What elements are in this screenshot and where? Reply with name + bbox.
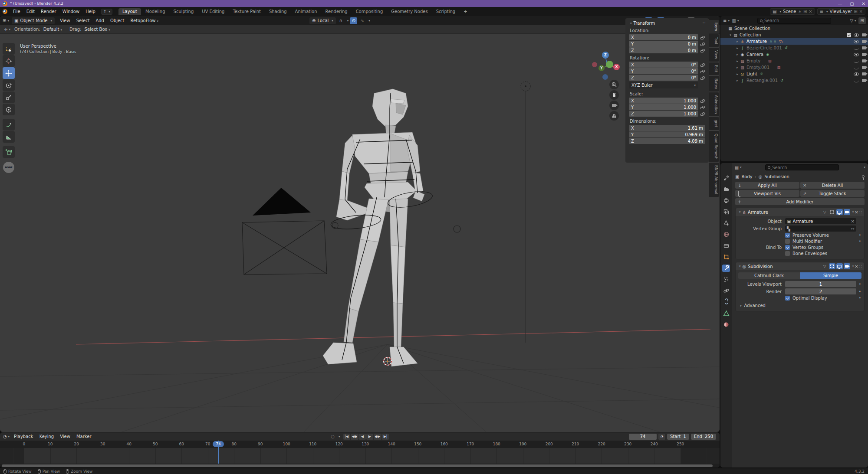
rotation-field[interactable]: Z0° bbox=[629, 75, 698, 81]
levels-viewport-field[interactable]: 1 bbox=[785, 281, 856, 287]
rectangle-object[interactable] bbox=[242, 221, 327, 275]
preserve-volume-checkbox[interactable] bbox=[785, 233, 790, 238]
scale-field[interactable]: X1.000 bbox=[629, 98, 698, 104]
scale-field[interactable]: Z1.000 bbox=[629, 111, 698, 117]
lock-icon[interactable] bbox=[700, 71, 704, 73]
scrollbar-thumb[interactable] bbox=[2, 464, 713, 467]
extras-dropdown[interactable]: ▾ bbox=[852, 210, 854, 214]
camera-view-button[interactable] bbox=[609, 101, 619, 110]
lock-icon[interactable] bbox=[700, 44, 704, 46]
properties-options-dropdown[interactable]: ▾ bbox=[864, 166, 865, 169]
vertex-group-field[interactable]: ▚↔ bbox=[785, 226, 856, 232]
workspace-tab[interactable]: Geometry Nodes bbox=[387, 8, 431, 15]
lock-icon[interactable] bbox=[700, 114, 704, 116]
workspace-tab[interactable]: Compositing bbox=[352, 8, 387, 15]
visibility-eye-icon[interactable] bbox=[854, 33, 859, 37]
sidebar-tab[interactable]: View bbox=[709, 48, 719, 62]
on-cage-icon[interactable]: ▽ bbox=[822, 263, 828, 269]
disclosure-icon[interactable]: ▸ bbox=[735, 53, 740, 56]
location-field[interactable]: Y0 m bbox=[629, 41, 698, 47]
scale-tool[interactable] bbox=[3, 92, 15, 103]
gizmo-x-axis[interactable]: X bbox=[613, 64, 620, 70]
disclosure-icon[interactable]: ▸ bbox=[735, 66, 740, 69]
viewport-vis-button[interactable]: Viewport Vis bbox=[735, 190, 799, 197]
outliner-row[interactable]: ▸ ∫ BézierCircle.001 ↺ bbox=[720, 45, 868, 51]
end-frame-field[interactable]: End250 bbox=[691, 434, 716, 440]
rotate-tool[interactable] bbox=[3, 79, 15, 91]
tab-scene-icon[interactable] bbox=[722, 219, 730, 227]
tab-constraints-icon[interactable] bbox=[722, 298, 730, 306]
visibility-eye-icon[interactable] bbox=[854, 53, 859, 56]
on-cage-icon[interactable]: ▽ bbox=[822, 209, 828, 215]
optimal-display-checkbox[interactable] bbox=[785, 296, 790, 301]
bone-envelopes-checkbox[interactable] bbox=[785, 251, 790, 256]
edit-mode-icon[interactable] bbox=[829, 263, 835, 269]
falloff-icon[interactable]: ∿ bbox=[358, 17, 366, 24]
render-levels-field[interactable]: 2 bbox=[785, 288, 856, 294]
workspace-tab[interactable]: Animation bbox=[291, 8, 321, 15]
filter-icon[interactable]: ▽▾ bbox=[849, 17, 857, 24]
collection-checkbox[interactable] bbox=[847, 33, 851, 37]
workspace-tab[interactable]: Shading bbox=[265, 8, 291, 15]
current-frame-field[interactable]: 74 bbox=[629, 434, 657, 440]
catmull-clark-button[interactable]: Catmull-Clark bbox=[738, 272, 800, 279]
pin-icon[interactable] bbox=[862, 175, 865, 178]
annotate-tool[interactable] bbox=[3, 119, 15, 131]
outliner-display-mode-icon[interactable]: ≡▾ bbox=[723, 17, 730, 24]
sidebar-tab[interactable]: Batex bbox=[709, 76, 719, 92]
new-viewlayer-icon[interactable]: ⊞ bbox=[854, 9, 857, 14]
tab-object-icon[interactable] bbox=[722, 253, 730, 261]
sidebar-tab[interactable]: Quad Remesh bbox=[709, 131, 719, 162]
sidebar-tab[interactable]: gret bbox=[709, 117, 719, 130]
clear-icon[interactable]: ✕ bbox=[851, 219, 855, 224]
lock-icon[interactable] bbox=[700, 37, 704, 39]
retopoflow-menu[interactable]: RetopoFlow▾ bbox=[128, 17, 162, 24]
properties-search-input[interactable]: Search bbox=[765, 164, 839, 170]
render-visibility-icon[interactable] bbox=[862, 66, 866, 69]
light-object[interactable] bbox=[521, 82, 530, 343]
render-visibility-icon[interactable] bbox=[862, 53, 866, 56]
sidebar-tab[interactable]: Tool bbox=[709, 34, 719, 47]
object-field[interactable]: ▣Armature✕ bbox=[785, 218, 856, 224]
toggle-stack-button[interactable]: ↗Toggle Stack bbox=[800, 190, 865, 197]
visibility-eye-icon[interactable] bbox=[854, 80, 859, 82]
apply-all-button[interactable]: ↓Apply All bbox=[735, 182, 799, 189]
workspace-tab[interactable]: Sculpting bbox=[170, 8, 198, 15]
retopoflow-none-button[interactable]: NONE bbox=[3, 162, 14, 173]
tab-collection-icon[interactable] bbox=[722, 242, 730, 249]
tab-modifiers-icon[interactable] bbox=[722, 265, 730, 272]
tab-physics-icon[interactable] bbox=[722, 287, 730, 294]
outliner-row[interactable]: ▸ ◎ Light ☼ bbox=[720, 71, 868, 77]
delete-viewlayer-icon[interactable]: ✕ bbox=[859, 9, 863, 14]
workspace-tab[interactable]: Texture Paint bbox=[229, 8, 265, 15]
orientation-dropdown[interactable]: ⊕ Local▾ bbox=[309, 17, 336, 24]
close-button[interactable]: ✕ bbox=[862, 1, 865, 6]
drag-dots-icon[interactable]: ∷ bbox=[703, 21, 705, 26]
add-modifier-button[interactable]: +Add Modifier bbox=[735, 198, 865, 205]
lock-icon[interactable] bbox=[700, 78, 704, 80]
transform-tool[interactable] bbox=[3, 104, 15, 115]
gizmo-y-neg-axis[interactable] bbox=[606, 61, 613, 68]
viewport-menu-item[interactable]: View bbox=[57, 17, 73, 24]
workspace-tab[interactable]: UV Editing bbox=[198, 8, 228, 15]
outliner-row[interactable]: ▾ ▤ Collection bbox=[720, 32, 868, 38]
tab-particles-icon[interactable] bbox=[722, 276, 730, 283]
tab-viewlayer-icon[interactable] bbox=[722, 208, 730, 216]
dimension-field[interactable]: Y0.969 m bbox=[629, 131, 705, 137]
scale-field[interactable]: Y1.000 bbox=[629, 104, 698, 110]
workspace-tab[interactable]: Scripting bbox=[432, 8, 459, 15]
invert-icon[interactable]: ↔ bbox=[851, 226, 855, 231]
visibility-eye-icon[interactable] bbox=[854, 67, 859, 69]
sidebar-tab[interactable]: BNPR Abnormal bbox=[709, 163, 719, 197]
properties-editor-type-icon[interactable]: ▤▾ bbox=[734, 164, 742, 171]
gizmo-z-axis[interactable]: Z bbox=[602, 52, 609, 59]
vertex-groups-checkbox[interactable] bbox=[785, 245, 790, 250]
mode-dropdown[interactable]: ▣ Object Mode▾ bbox=[12, 17, 55, 24]
realtime-icon[interactable] bbox=[836, 209, 843, 215]
empty-object[interactable] bbox=[454, 226, 460, 232]
location-field[interactable]: X0 m bbox=[629, 34, 698, 40]
rotation-mode-dropdown[interactable]: XYZ Euler▾ bbox=[629, 82, 698, 88]
timeline-menu-item[interactable]: View bbox=[57, 433, 73, 440]
timeline-track[interactable] bbox=[0, 448, 720, 464]
falloff-dropdown[interactable]: ▾ bbox=[368, 19, 370, 23]
